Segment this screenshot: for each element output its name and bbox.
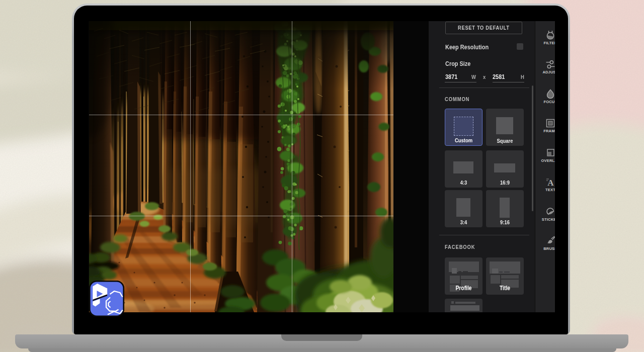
svg-text:A: A	[547, 178, 554, 188]
